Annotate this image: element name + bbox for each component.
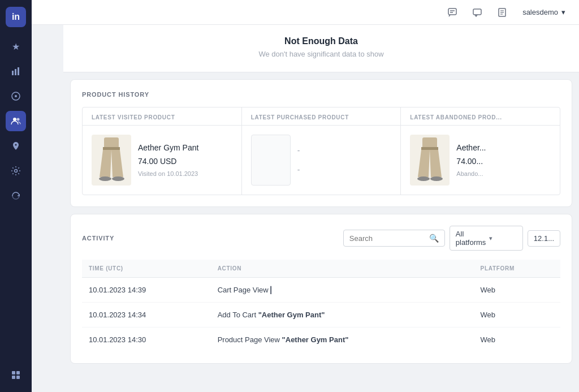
svg-point-7 [15,144,17,146]
visited-product-info: Aether Gym Pant 74.00 USD Visited on 10.… [138,143,232,177]
no-data-banner: Not Enough Data We don't have significan… [63,25,579,72]
search-input[interactable] [349,234,426,243]
abandoned-product-name: Aether... [456,143,551,152]
svg-rect-11 [12,376,15,379]
message-icon[interactable] [468,3,486,21]
table-row: 10.01.2023 14:39 Cart Page View ▎ Web [82,278,560,303]
svg-point-5 [13,118,16,121]
abandoned-product-image [410,135,450,186]
row-platform: Web [474,278,560,303]
sidebar-item-location[interactable] [6,136,26,156]
activity-table: TIME (UTC) ACTION PLATFORM 10.01.2023 14… [82,260,560,352]
svg-point-26 [112,176,124,181]
latest-visited-body: Aether Gym Pant 74.00 USD Visited on 10.… [83,126,241,195]
latest-abandoned-body: Aether... 74.00... Abando... [401,126,560,195]
product-grid: LATEST VISITED PRODUCT [82,107,560,195]
platform-filter[interactable]: All platforms ▾ [450,226,523,251]
svg-marker-30 [430,150,442,177]
purchased-product-image-placeholder [251,135,291,186]
sidebar-item-favorites[interactable]: ★ [6,36,26,57]
purchased-name-dash: - [297,146,392,155]
svg-point-4 [15,95,17,97]
svg-rect-28 [421,147,438,150]
svg-point-8 [15,170,18,173]
sidebar-item-analytics[interactable] [6,61,26,81]
search-box[interactable]: 🔍 [343,230,445,247]
svg-rect-12 [16,376,20,379]
svg-rect-13 [448,8,456,15]
sidebar: in ★ [0,0,32,392]
svg-point-25 [99,176,111,181]
no-data-title: Not Enough Data [72,36,570,46]
row-platform: Web [474,328,560,352]
row-time: 10.01.2023 14:30 [82,328,211,352]
pants-svg [92,135,131,186]
purchased-product-info: - - [297,146,392,174]
visited-product-price: 74.00 USD [138,157,232,166]
purchased-price-dash: - [297,165,392,174]
book-icon[interactable] [493,3,511,21]
visited-product-image [92,135,131,186]
cursor-indicator: ▎ [270,286,275,294]
activity-header: ACTIVITY 🔍 All platforms ▾ 12.1... [82,226,560,251]
table-header-row: TIME (UTC) ACTION PLATFORM [82,260,560,278]
abandoned-product-price: 74.00... [456,157,551,166]
row-action: Product Page View "Aether Gym Pant" [211,328,474,352]
platform-chevron-icon: ▾ [489,235,517,242]
top-bar: salesdemo ▾ [32,0,579,25]
time-header: TIME (UTC) [82,260,211,278]
row-action: Add To Cart "Aether Gym Pant" [211,303,474,328]
svg-rect-10 [16,371,20,374]
svg-point-6 [17,118,20,121]
product-history-title: PRODUCT HISTORY [82,91,560,98]
table-row: 10.01.2023 14:30 Product Page View "Aeth… [82,328,560,352]
activity-section: ACTIVITY 🔍 All platforms ▾ 12.1... TIME … [70,214,572,364]
abandoned-product-info: Aether... 74.00... Abando... [456,143,551,177]
svg-rect-16 [473,9,481,15]
platform-header: PLATFORM [474,260,560,278]
action-bold: "Aether Gym Pant" [282,335,349,344]
chat-icon[interactable] [443,3,461,21]
sidebar-item-users[interactable] [6,111,26,131]
latest-purchased-body: - - [242,126,401,195]
latest-abandoned-header: LATEST ABANDONED PROD... [401,107,560,126]
account-label: salesdemo [522,8,558,16]
abandoned-product-date: Abando... [456,170,551,177]
latest-purchased-header: LATEST PURCHASED PRODUCT [242,107,401,126]
date-filter[interactable]: 12.1... [528,230,560,247]
svg-rect-0 [12,71,14,75]
action-bold: "Aether Gym Pant" [258,311,325,319]
row-time: 10.01.2023 14:34 [82,303,211,328]
latest-visited-product: LATEST VISITED PRODUCT [83,107,242,195]
activity-controls: 🔍 All platforms ▾ 12.1... [343,226,560,251]
platform-filter-label: All platforms [456,230,486,247]
sidebar-item-integrations[interactable] [6,86,26,106]
sidebar-item-grid[interactable] [6,365,26,385]
svg-marker-29 [418,150,430,177]
svg-marker-24 [111,150,123,177]
latest-purchased-product: LATEST PURCHASED PRODUCT - - [242,107,401,195]
activity-title: ACTIVITY [82,235,114,242]
abandoned-pants-svg [410,135,450,186]
row-platform: Web [474,303,560,328]
svg-rect-9 [12,371,15,374]
visited-product-date: Visited on 10.01.2023 [138,170,232,177]
table-row: 10.01.2023 14:34 Add To Cart "Aether Gym… [82,303,560,328]
sidebar-item-settings[interactable] [6,161,26,181]
svg-point-31 [417,176,430,181]
row-action: Cart Page View ▎ [211,278,474,303]
app-logo[interactable]: in [6,7,26,27]
latest-visited-header: LATEST VISITED PRODUCT [83,107,241,126]
svg-rect-2 [18,67,19,75]
svg-marker-23 [100,150,111,177]
svg-rect-1 [15,69,16,75]
svg-rect-22 [103,147,120,150]
row-time: 10.01.2023 14:39 [82,278,211,303]
main-content: Not Enough Data We don't have significan… [63,25,579,392]
account-selector[interactable]: salesdemo ▾ [518,6,570,19]
sidebar-item-refresh[interactable] [6,186,26,206]
account-chevron: ▾ [561,8,565,16]
visited-product-name: Aether Gym Pant [138,143,232,152]
product-history-section: PRODUCT HISTORY LATEST VISITED PRODUCT [70,79,572,207]
action-header: ACTION [211,260,474,278]
